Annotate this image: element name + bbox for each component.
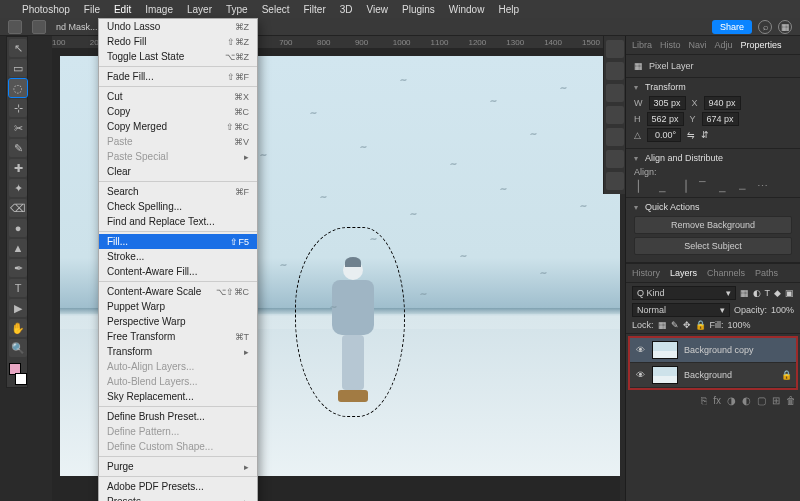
menu-3d[interactable]: 3D: [340, 4, 353, 15]
transform-y[interactable]: 674 px: [702, 112, 739, 126]
lock-transparency-icon[interactable]: ▦: [658, 320, 667, 330]
transform-w[interactable]: 305 px: [649, 96, 686, 110]
color-swatches[interactable]: [9, 363, 27, 385]
tool-button[interactable]: ⊹: [9, 99, 27, 117]
current-tool-icon[interactable]: [32, 20, 46, 34]
layer-row[interactable]: 👁Background🔒: [630, 363, 796, 388]
lock-pixels-icon[interactable]: ✎: [671, 320, 679, 330]
menu-item[interactable]: Toggle Last State⌥⌘Z: [99, 49, 257, 64]
menu-select[interactable]: Select: [262, 4, 290, 15]
menu-item[interactable]: Cut⌘X: [99, 89, 257, 104]
menu-item[interactable]: Free Transform⌘T: [99, 329, 257, 344]
tool-button[interactable]: ●: [9, 219, 27, 237]
transform-angle[interactable]: 0.00°: [647, 128, 681, 142]
menu-item[interactable]: Puppet Warp: [99, 299, 257, 314]
menu-item[interactable]: Clear: [99, 164, 257, 179]
align-bottom-icon[interactable]: ⎽: [734, 180, 750, 193]
layer-thumbnail[interactable]: [652, 341, 678, 359]
menu-item[interactable]: Find and Replace Text...: [99, 214, 257, 229]
menu-window[interactable]: Window: [449, 4, 485, 15]
menu-item[interactable]: Adobe PDF Presets...: [99, 479, 257, 494]
share-button[interactable]: Share: [712, 20, 752, 34]
menu-item[interactable]: Define Brush Preset...: [99, 409, 257, 424]
menu-item[interactable]: Content-Aware Fill...: [99, 264, 257, 279]
tab-history[interactable]: History: [632, 268, 660, 278]
layer-thumbnail[interactable]: [652, 366, 678, 384]
menu-help[interactable]: Help: [498, 4, 519, 15]
tool-button[interactable]: ✚: [9, 159, 27, 177]
menu-item[interactable]: Fill...⇧F5: [99, 234, 257, 249]
dock-icon[interactable]: [606, 62, 624, 80]
tab-properties[interactable]: Properties: [741, 40, 782, 50]
blend-mode-select[interactable]: Normal▾: [632, 303, 730, 317]
align-right-icon[interactable]: ▕: [674, 180, 690, 193]
new-layer-icon[interactable]: ⊞: [772, 395, 780, 406]
menu-layer[interactable]: Layer: [187, 4, 212, 15]
transform-h[interactable]: 562 px: [647, 112, 684, 126]
menu-view[interactable]: View: [367, 4, 389, 15]
menu-item[interactable]: Content-Aware Scale⌥⇧⌘C: [99, 284, 257, 299]
align-left-icon[interactable]: ▏: [634, 180, 650, 193]
tool-button[interactable]: ↖: [9, 39, 27, 57]
tool-button[interactable]: T: [9, 279, 27, 297]
tab-layers[interactable]: Layers: [670, 268, 697, 278]
tool-button[interactable]: ✋: [9, 319, 27, 337]
menu-item[interactable]: Copy⌘C: [99, 104, 257, 119]
lock-all-icon[interactable]: 🔒: [695, 320, 706, 330]
link-layers-icon[interactable]: ⎘: [701, 395, 707, 406]
menu-item[interactable]: Search⌘F: [99, 184, 257, 199]
dock-icon[interactable]: [606, 172, 624, 190]
menu-photoshop[interactable]: Photoshop: [22, 4, 70, 15]
align-title[interactable]: Align and Distribute: [634, 153, 792, 163]
menu-type[interactable]: Type: [226, 4, 248, 15]
distribute-icon[interactable]: ⋯: [754, 180, 770, 193]
filter-adjust-icon[interactable]: ◐: [753, 288, 761, 298]
menu-item[interactable]: Copy Merged⇧⌘C: [99, 119, 257, 134]
align-hcenter-icon[interactable]: ⎯: [654, 180, 670, 193]
tool-button[interactable]: ✒: [9, 259, 27, 277]
visibility-eye-icon[interactable]: 👁: [634, 345, 646, 355]
menu-item[interactable]: Perspective Warp: [99, 314, 257, 329]
dock-icon[interactable]: [606, 84, 624, 102]
dock-icon[interactable]: [606, 106, 624, 124]
menu-item[interactable]: Redo Fill⇧⌘Z: [99, 34, 257, 49]
workspace-icon[interactable]: ▦: [778, 20, 792, 34]
tab-histogram[interactable]: Histo: [660, 40, 681, 50]
filter-smart-icon[interactable]: ▣: [785, 288, 794, 298]
align-top-icon[interactable]: ⎺: [694, 180, 710, 193]
tab-navigator[interactable]: Navi: [689, 40, 707, 50]
menu-file[interactable]: File: [84, 4, 100, 15]
menu-item[interactable]: Purge▸: [99, 459, 257, 474]
layer-row[interactable]: 👁Background copy: [630, 338, 796, 363]
menu-image[interactable]: Image: [145, 4, 173, 15]
quick-actions-title[interactable]: Quick Actions: [634, 202, 792, 212]
align-vcenter-icon[interactable]: ⎯: [714, 180, 730, 193]
menu-item[interactable]: Stroke...: [99, 249, 257, 264]
group-icon[interactable]: ▢: [757, 395, 766, 406]
layer-name[interactable]: Background: [684, 370, 732, 380]
tool-button[interactable]: 🔍: [9, 339, 27, 357]
tool-button[interactable]: ⌫: [9, 199, 27, 217]
tool-button[interactable]: ▭: [9, 59, 27, 77]
filter-type-icon[interactable]: T: [765, 288, 771, 298]
adjustment-layer-icon[interactable]: ◐: [742, 395, 751, 406]
menu-item[interactable]: Check Spelling...: [99, 199, 257, 214]
menu-filter[interactable]: Filter: [303, 4, 325, 15]
layer-fx-icon[interactable]: fx: [713, 395, 721, 406]
menu-item[interactable]: Transform▸: [99, 344, 257, 359]
tool-button[interactable]: ▶: [9, 299, 27, 317]
layer-name[interactable]: Background copy: [684, 345, 754, 355]
tool-button[interactable]: ✂: [9, 119, 27, 137]
flip-h-icon[interactable]: ⇋: [687, 130, 695, 140]
visibility-eye-icon[interactable]: 👁: [634, 370, 646, 380]
delete-layer-icon[interactable]: 🗑: [786, 395, 796, 406]
tab-paths[interactable]: Paths: [755, 268, 778, 278]
lock-position-icon[interactable]: ✥: [683, 320, 691, 330]
menu-edit[interactable]: Edit: [114, 4, 131, 15]
menu-item[interactable]: Fade Fill...⇧⌘F: [99, 69, 257, 84]
filter-shape-icon[interactable]: ◆: [774, 288, 781, 298]
mask-option-label[interactable]: nd Mask...: [56, 22, 98, 32]
tab-channels[interactable]: Channels: [707, 268, 745, 278]
opacity-value[interactable]: 100%: [771, 305, 794, 315]
layer-mask-icon[interactable]: ◑: [727, 395, 736, 406]
